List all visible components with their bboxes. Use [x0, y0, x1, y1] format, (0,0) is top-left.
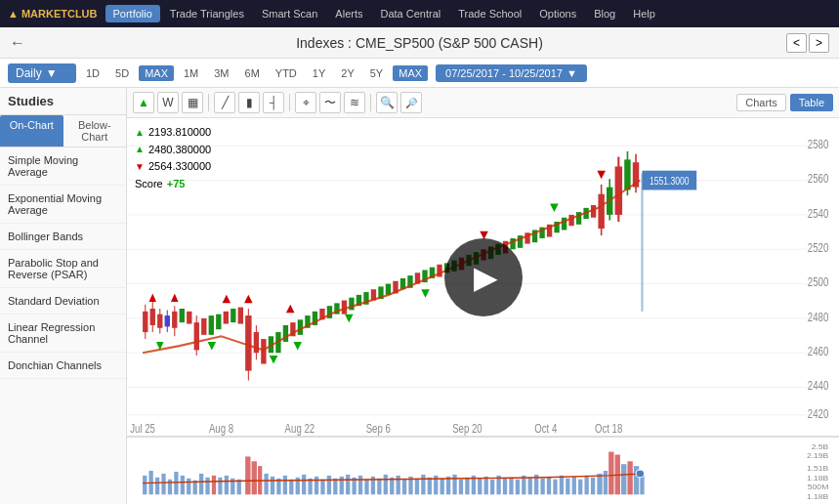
prev-button[interactable]: < — [786, 33, 807, 53]
svg-text:500M: 500M — [808, 483, 829, 492]
svg-text:1.18B: 1.18B — [807, 492, 829, 501]
tab-on-chart[interactable]: On-Chart — [0, 115, 63, 147]
study-donchian-channels[interactable]: Donchian Channels — [0, 353, 126, 379]
period-6m[interactable]: 6M — [239, 65, 266, 81]
period-1d[interactable]: 1D — [80, 65, 105, 81]
svg-rect-188 — [547, 477, 551, 494]
svg-rect-124 — [143, 476, 147, 494]
svg-rect-70 — [386, 284, 391, 295]
svg-rect-194 — [584, 476, 588, 494]
study-exponential-ma[interactable]: Exponential Moving Average — [0, 186, 126, 224]
study-linear-regression[interactable]: Linear Regression Channel — [0, 315, 126, 353]
svg-rect-198 — [597, 474, 602, 494]
svg-text:1.51B: 1.51B — [807, 464, 829, 473]
table-view-button[interactable]: Table — [790, 94, 833, 111]
study-parabolic-psar[interactable]: Parabolic Stop and Reverse (PSAR) — [0, 250, 126, 288]
play-button[interactable]: ▶ — [444, 238, 523, 316]
svg-rect-173 — [452, 475, 456, 494]
svg-rect-140 — [225, 476, 229, 494]
svg-rect-128 — [168, 480, 172, 495]
nav-alerts[interactable]: Alerts — [327, 5, 370, 22]
period-5d[interactable]: 5D — [109, 65, 135, 81]
svg-rect-127 — [161, 474, 165, 494]
svg-text:2440: 2440 — [808, 379, 828, 393]
nav-trade-triangles[interactable]: Trade Triangles — [162, 5, 252, 22]
svg-rect-153 — [327, 476, 331, 494]
svg-text:1.18B: 1.18B — [807, 474, 829, 483]
svg-rect-165 — [402, 480, 406, 495]
main-area: Studies On-Chart Below-Chart Simple Movi… — [0, 88, 839, 504]
svg-rect-98 — [568, 215, 573, 226]
nav-help[interactable]: Help — [625, 5, 663, 22]
period-1m[interactable]: 1M — [178, 65, 204, 81]
toolbar-icon-w[interactable]: W — [157, 92, 179, 113]
period-max-2[interactable]: MAX — [393, 65, 428, 81]
svg-rect-130 — [181, 476, 185, 494]
svg-rect-126 — [155, 478, 159, 494]
nav-arrows: < > — [786, 33, 829, 53]
chart-legend: ▲ 2193.810000 ▲ 2480.380000 ▼ 2564.33000… — [135, 124, 211, 192]
toolbar-separator-1 — [208, 94, 209, 111]
svg-rect-175 — [465, 478, 469, 494]
svg-rect-42 — [231, 309, 235, 322]
svg-text:2460: 2460 — [808, 345, 828, 358]
toolbar-icon-candle[interactable]: ▮ — [238, 92, 260, 113]
svg-rect-147 — [289, 480, 293, 495]
svg-rect-169 — [428, 478, 432, 494]
period-5y[interactable]: 5Y — [364, 65, 389, 81]
back-button[interactable]: ← — [10, 34, 25, 52]
toolbar-separator-3 — [370, 94, 371, 111]
toolbar-icon-triangle-up[interactable]: ▲ — [133, 92, 154, 113]
toolbar-icon-line[interactable]: ╱ — [214, 92, 235, 113]
svg-text:Jul 25: Jul 25 — [130, 422, 155, 436]
svg-rect-39 — [216, 315, 221, 330]
study-bollinger-bands[interactable]: Bollinger Bands — [0, 224, 126, 250]
period-ytd[interactable]: YTD — [270, 65, 303, 81]
toolbar-icon-wave[interactable]: 〜 — [319, 92, 341, 113]
svg-text:2560: 2560 — [808, 172, 828, 186]
svg-rect-171 — [440, 479, 444, 495]
svg-rect-97 — [562, 218, 566, 231]
toolbar-zoom-in[interactable]: 🔍 — [376, 92, 398, 113]
toolbar-icon-grid[interactable]: ▦ — [182, 92, 203, 113]
svg-text:2420: 2420 — [808, 406, 828, 420]
nav-data-central[interactable]: Data Central — [372, 5, 448, 22]
nav-smart-scan[interactable]: Smart Scan — [254, 5, 325, 22]
nav-blog[interactable]: Blog — [586, 5, 623, 22]
svg-text:2480: 2480 — [808, 310, 828, 323]
toolbar-zoom-out[interactable]: 🔎 — [400, 92, 422, 113]
svg-text:Oct 18: Oct 18 — [595, 422, 622, 436]
svg-text:Aug 22: Aug 22 — [285, 422, 315, 436]
sidebar: Studies On-Chart Below-Chart Simple Movi… — [0, 88, 127, 504]
period-select[interactable]: Daily ▼ — [8, 63, 76, 83]
period-max-1[interactable]: MAX — [139, 65, 174, 81]
toolbar-icon-bar[interactable]: ┤ — [263, 92, 284, 113]
svg-rect-164 — [397, 476, 400, 494]
nav-options[interactable]: Options — [531, 5, 584, 22]
period-3m[interactable]: 3M — [208, 65, 234, 81]
tab-below-chart[interactable]: Below-Chart — [63, 115, 127, 147]
charts-view-button[interactable]: Charts — [736, 94, 785, 111]
score-label: Score — [135, 176, 163, 193]
nav-portfolio[interactable]: Portfolio — [105, 5, 160, 22]
study-simple-ma[interactable]: Simple Moving Average — [0, 147, 126, 186]
period-1y[interactable]: 1Y — [307, 65, 331, 81]
date-range-button[interactable]: 07/25/2017 - 10/25/2017 ▼ — [436, 64, 587, 82]
next-button[interactable]: > — [809, 33, 829, 53]
svg-rect-49 — [261, 339, 266, 363]
toolbar-icon-multi[interactable]: ≋ — [344, 92, 365, 113]
svg-rect-37 — [209, 315, 214, 335]
period-2y[interactable]: 2Y — [335, 65, 359, 81]
svg-text:Aug 8: Aug 8 — [209, 422, 233, 436]
svg-rect-40 — [224, 312, 229, 324]
nav-trade-school[interactable]: Trade School — [450, 5, 529, 22]
svg-rect-167 — [415, 479, 419, 495]
toolbar-icon-cursor[interactable]: ⌖ — [295, 92, 316, 113]
svg-rect-182 — [509, 478, 513, 494]
svg-text:2580: 2580 — [808, 138, 828, 151]
svg-text:2540: 2540 — [808, 206, 828, 220]
chart-toolbar: ▲ W ▦ ╱ ▮ ┤ ⌖ 〜 ≋ 🔍 🔎 — [127, 88, 839, 118]
svg-rect-189 — [553, 480, 557, 495]
svg-rect-177 — [478, 479, 482, 495]
study-std-deviation[interactable]: Standard Deviation — [0, 288, 126, 315]
